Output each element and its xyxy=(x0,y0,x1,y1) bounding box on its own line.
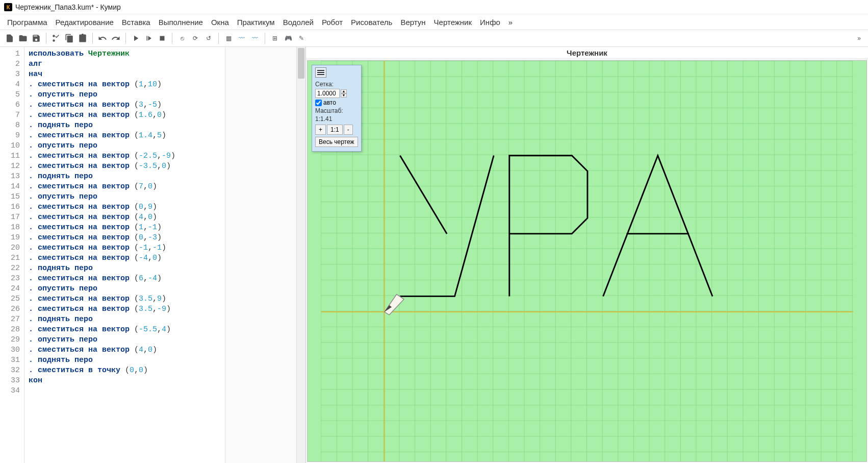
code-line[interactable]: использовать Чертежник xyxy=(29,49,221,59)
grid-value-input[interactable] xyxy=(315,89,340,98)
line-number: 5 xyxy=(0,90,24,100)
line-number: 30 xyxy=(0,345,24,355)
code-line[interactable]: . сместиться на вектор (0,-3) xyxy=(29,233,221,243)
code-line[interactable]: . поднять перо xyxy=(29,314,221,325)
code-editor[interactable]: использовать Чертежникалгнач. сместиться… xyxy=(24,47,225,463)
cut-icon[interactable] xyxy=(50,33,62,44)
spinner-down-icon[interactable]: ▼ xyxy=(341,93,347,98)
spinner-up-icon[interactable]: ▲ xyxy=(341,89,347,93)
fit-all-button[interactable]: Весь чертеж xyxy=(315,137,358,147)
line-number: 33 xyxy=(0,376,24,386)
code-line[interactable]: . сместиться на вектор (3,-5) xyxy=(29,100,221,110)
spinner-arrows: ▲ ▼ xyxy=(341,89,347,98)
code-line[interactable]: . опустить перо xyxy=(29,284,221,294)
tool-icon[interactable]: 〰 xyxy=(249,33,261,44)
save-icon[interactable] xyxy=(31,33,42,44)
code-line[interactable]: нач xyxy=(29,69,221,80)
code-line[interactable]: . сместиться на вектор (7,0) xyxy=(29,182,221,192)
zoom-out-button[interactable]: - xyxy=(344,125,353,135)
line-number: 22 xyxy=(0,263,24,274)
line-number: 9 xyxy=(0,131,24,141)
menu-Редактирование[interactable]: Редактирование xyxy=(53,16,117,29)
menu-Водолей[interactable]: Водолей xyxy=(280,16,317,29)
zoom-reset-button[interactable]: 1:1 xyxy=(327,125,343,135)
code-line[interactable] xyxy=(29,386,221,396)
line-number: 15 xyxy=(0,192,24,202)
run-icon[interactable] xyxy=(130,33,141,44)
menu-Робот[interactable]: Робот xyxy=(319,16,346,29)
code-line[interactable]: кон xyxy=(29,376,221,386)
line-number: 7 xyxy=(0,110,24,120)
code-line[interactable]: . поднять перо xyxy=(29,172,221,182)
code-line[interactable]: . сместиться на вектор (3.5,-9) xyxy=(29,304,221,314)
code-line[interactable]: . сместиться на вектор (-5.5,4) xyxy=(29,325,221,335)
tool-icon[interactable]: ▦ xyxy=(223,33,234,44)
code-line[interactable]: . сместиться на вектор (1.6,0) xyxy=(29,110,221,120)
code-line[interactable]: . сместиться на вектор (-4,0) xyxy=(29,253,221,263)
line-number: 2 xyxy=(0,59,24,69)
toolbar-overflow-icon[interactable]: » xyxy=(854,35,864,42)
tool-icon[interactable]: ⊞ xyxy=(269,33,280,44)
line-number: 12 xyxy=(0,161,24,172)
control-panel: Сетка: ▲ ▼ авто Масштаб: 1:1.41 xyxy=(312,65,362,152)
canvas[interactable]: Сетка: ▲ ▼ авто Масштаб: 1:1.41 xyxy=(307,60,867,462)
menu-Программа[interactable]: Программа xyxy=(4,16,50,29)
code-line[interactable]: . сместиться на вектор (3.5,9) xyxy=(29,294,221,304)
open-file-icon[interactable] xyxy=(17,33,29,44)
panel-menu-icon[interactable] xyxy=(315,67,326,78)
code-line[interactable]: . сместиться на вектор (0,9) xyxy=(29,202,221,212)
menu-Окна[interactable]: Окна xyxy=(208,16,232,29)
code-line[interactable]: алг xyxy=(29,59,221,69)
scrollbar-thumb[interactable] xyxy=(298,48,304,79)
redo-icon[interactable] xyxy=(110,33,121,44)
separator xyxy=(125,33,126,44)
tool-icon[interactable]: ⎋ xyxy=(176,33,188,44)
scale-label: Масштаб: xyxy=(315,107,358,114)
menu-»[interactable]: » xyxy=(505,16,516,29)
code-line[interactable]: . поднять перо xyxy=(29,263,221,274)
menu-Чертежник[interactable]: Чертежник xyxy=(431,16,475,29)
tool-icon[interactable]: ✎ xyxy=(296,33,307,44)
code-line[interactable]: . сместиться на вектор (4,0) xyxy=(29,345,221,355)
canvas-svg xyxy=(308,61,866,461)
code-line[interactable]: . сместиться на вектор (-1,-1) xyxy=(29,243,221,253)
menu-Рисователь[interactable]: Рисователь xyxy=(348,16,395,29)
stop-icon[interactable] xyxy=(157,33,168,44)
code-line[interactable]: . сместиться на вектор (-3.5,0) xyxy=(29,161,221,172)
line-number: 11 xyxy=(0,151,24,161)
paste-icon[interactable] xyxy=(77,33,88,44)
code-line[interactable]: . опустить перо xyxy=(29,90,221,100)
code-line[interactable]: . поднять перо xyxy=(29,355,221,365)
code-line[interactable]: . поднять перо xyxy=(29,120,221,131)
vertical-scrollbar[interactable] xyxy=(296,47,305,463)
code-line[interactable]: . сместиться на вектор (1,10) xyxy=(29,80,221,90)
tool-icon[interactable]: ↺ xyxy=(203,33,214,44)
tool-icon[interactable]: 🎮 xyxy=(283,33,294,44)
code-line[interactable]: . сместиться на вектор (4,0) xyxy=(29,212,221,223)
code-line[interactable]: . сместиться на вектор (1.4,5) xyxy=(29,131,221,141)
code-line[interactable]: . опустить перо xyxy=(29,141,221,151)
code-line[interactable]: . сместиться на вектор (1,-1) xyxy=(29,223,221,233)
menu-Вставка[interactable]: Вставка xyxy=(119,16,154,29)
step-icon[interactable] xyxy=(143,33,155,44)
code-line[interactable]: . сместиться на вектор (6,-4) xyxy=(29,274,221,284)
menu-Вертун[interactable]: Вертун xyxy=(397,16,428,29)
menu-Практикум[interactable]: Практикум xyxy=(234,16,278,29)
line-number: 26 xyxy=(0,304,24,314)
zoom-in-button[interactable]: + xyxy=(315,125,326,135)
tool-icon[interactable]: 〰 xyxy=(236,33,247,44)
code-line[interactable]: . опустить перо xyxy=(29,192,221,202)
undo-icon[interactable] xyxy=(97,33,108,44)
toolbar: ⎋ ⟳ ↺ ▦ 〰 〰 ⊞ 🎮 ✎ » xyxy=(0,30,868,47)
line-number: 19 xyxy=(0,233,24,243)
code-line[interactable]: . опустить перо xyxy=(29,335,221,345)
code-line[interactable]: . сместиться в точку (0,0) xyxy=(29,365,221,376)
menu-Выполнение[interactable]: Выполнение xyxy=(156,16,206,29)
menu-Инфо[interactable]: Инфо xyxy=(477,16,503,29)
auto-checkbox[interactable] xyxy=(315,100,322,106)
tool-icon[interactable]: ⟳ xyxy=(190,33,201,44)
copy-icon[interactable] xyxy=(64,33,75,44)
new-file-icon[interactable] xyxy=(4,33,15,44)
code-line[interactable]: . сместиться на вектор (-2.5,-9) xyxy=(29,151,221,161)
auto-label: авто xyxy=(323,99,336,106)
